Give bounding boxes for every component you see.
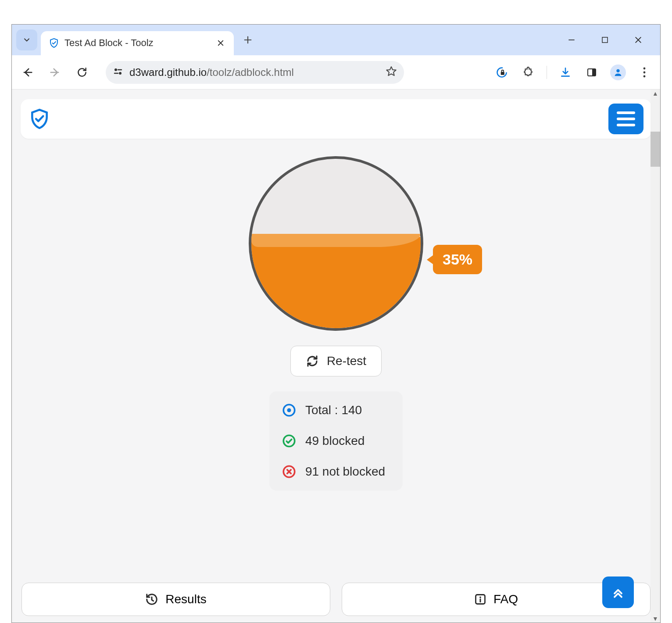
percent-badge: 35% [433,245,482,274]
tab-search-dropdown[interactable] [16,29,37,50]
browser-tab[interactable]: Test Ad Block - Toolz [41,31,234,55]
maximize-icon [601,36,609,44]
svg-point-9 [643,71,646,73]
stat-total: Total : 140 [282,403,385,418]
bottom-buttons: Results FAQ [21,583,651,616]
downloads-button[interactable] [558,64,573,80]
svg-point-16 [479,596,481,598]
gauge-wrap: 35% [249,156,423,331]
chevrons-up-icon [611,585,625,599]
stat-blocked: 49 blocked [282,433,385,448]
faq-label: FAQ [493,592,518,606]
extension-privacy-button[interactable] [494,64,510,80]
url-text: d3ward.github.io/toolz/adblock.html [129,66,379,79]
svg-point-12 [287,408,291,412]
app-logo [29,108,50,130]
browser-window: Test Ad Block - Toolz [11,24,661,623]
browser-toolbar: d3ward.github.io/toolz/adblock.html [12,55,660,90]
minimize-button[interactable] [565,33,579,47]
svg-point-8 [643,67,646,69]
record-icon [282,403,297,418]
results-button[interactable]: Results [21,583,330,616]
close-icon [217,39,225,47]
arrow-left-icon [21,66,34,79]
page-viewport: 35% Re-test Total : 140 [12,90,660,623]
site-settings-icon[interactable] [113,66,123,79]
privacy-shield-icon [496,66,508,79]
minimize-icon [567,36,576,44]
reload-button[interactable] [74,64,90,80]
stat-not-blocked-label: 91 not blocked [305,465,385,479]
check-circle-icon [282,433,297,448]
tab-strip: Test Ad Block - Toolz [12,25,660,55]
scroll-down-arrow[interactable]: ▼ [652,616,658,622]
url-host: d3ward.github.io [129,66,207,78]
x-circle-icon [282,464,297,479]
avatar-icon [613,68,623,77]
main-content: 35% Re-test Total : 140 [21,152,651,604]
browser-menu-button[interactable] [636,64,652,80]
close-window-button[interactable] [631,33,645,47]
extensions-button[interactable] [520,64,536,80]
shield-icon [29,108,50,130]
gauge-fill [251,237,421,328]
hamburger-icon [617,111,635,114]
plus-icon [243,35,253,45]
retest-button[interactable]: Re-test [290,346,382,376]
panel-icon [586,67,597,78]
toolbar-right [494,64,652,80]
scroll-up-arrow[interactable]: ▲ [652,90,658,97]
menu-button[interactable] [608,104,643,134]
forward-button[interactable] [47,64,63,80]
new-tab-button[interactable] [240,32,256,48]
url-path: /toolz/adblock.html [207,66,294,78]
bookmark-button[interactable] [386,66,397,79]
stat-not-blocked: 91 not blocked [282,464,385,479]
profile-button[interactable] [610,64,626,80]
scrollbar-thumb[interactable] [651,132,660,167]
scrollbar[interactable]: ▲ ▼ [651,90,660,623]
app-header [21,99,651,139]
close-tab-button[interactable] [214,37,227,49]
svg-point-2 [119,72,122,75]
scroll-top-button[interactable] [602,576,634,608]
progress-gauge [249,156,423,331]
kebab-icon [643,67,646,78]
stat-total-label: Total : 140 [305,403,362,417]
chevron-down-icon [22,36,31,44]
sidepanel-button[interactable] [584,64,600,80]
address-bar[interactable]: d3ward.github.io/toolz/adblock.html [106,61,404,84]
stat-blocked-label: 49 blocked [305,434,365,448]
history-icon [145,593,158,606]
puzzle-icon [522,67,534,78]
stats-box: Total : 140 49 blocked 91 not blocked [269,391,403,491]
retest-label: Re-test [327,354,366,368]
svg-rect-0 [602,37,608,43]
toolbar-divider [547,66,547,79]
window-controls [565,33,656,47]
svg-point-1 [114,68,117,71]
tab-title: Test Ad Block - Toolz [64,37,209,49]
arrow-right-icon [49,66,61,79]
download-icon [560,67,571,78]
reload-icon [76,67,88,78]
star-icon [386,66,397,77]
svg-point-7 [616,69,619,72]
svg-rect-6 [592,69,596,76]
gauge-fill-wave [251,234,421,247]
close-icon [634,36,643,44]
back-button[interactable] [20,64,36,80]
svg-rect-4 [501,72,504,75]
info-icon [474,593,486,605]
svg-point-10 [643,75,646,77]
shield-icon [49,38,59,48]
maximize-button[interactable] [598,33,612,47]
refresh-icon [306,354,319,368]
results-label: Results [165,592,206,606]
page-content: 35% Re-test Total : 140 [12,90,660,623]
